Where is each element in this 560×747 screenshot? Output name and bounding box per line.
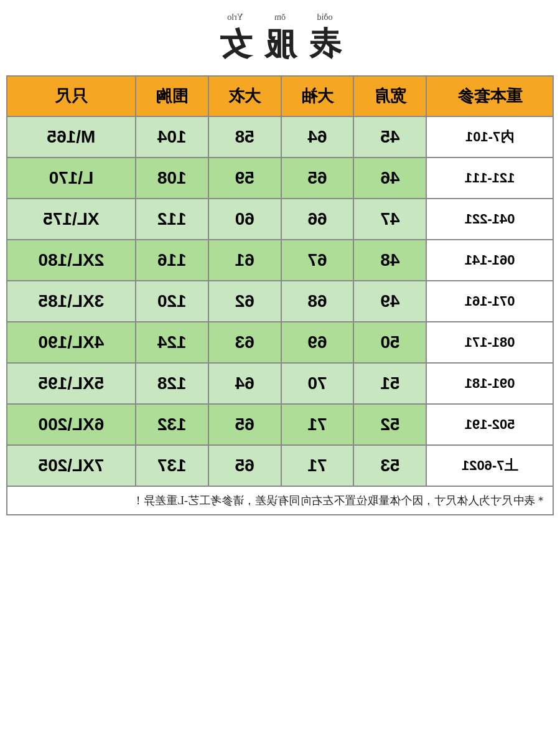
cell-sleeve: 71 — [281, 404, 354, 445]
cell-chest: 128 — [136, 363, 208, 404]
cell-shoulder: 52 — [353, 404, 426, 445]
cell-sleeve: 65 — [281, 157, 354, 199]
cell-sleeve: 66 — [281, 199, 354, 240]
cell-label: 7XL\205 — [7, 445, 136, 486]
cell-label: M\165 — [7, 116, 136, 157]
cell-shoulder: 51 — [353, 363, 426, 404]
cell-shoulder: 45 — [353, 116, 426, 157]
cell-chest: 108 — [136, 157, 208, 199]
footer-note: ＊表中尺寸为人体尺寸，因个体量取位置不左右向同有误差，请参考工艺-L重差异！ — [6, 487, 554, 515]
title-pinyin-1: oðid — [309, 12, 341, 22]
cell-length: 64 — [208, 363, 281, 404]
col-header-shoulder: 宽肩 — [353, 76, 426, 116]
cell-chest: 104 — [136, 116, 208, 157]
table-row: 502-1915271651326XL\200 — [7, 404, 553, 445]
cell-chest: 132 — [136, 404, 208, 445]
table-row: 121-111466559108L\170 — [7, 157, 553, 199]
cell-sleeve: 70 — [281, 363, 354, 404]
cell-label: 2XL\180 — [7, 240, 136, 281]
cell-size-range: 081-171 — [426, 322, 553, 363]
title-char-1: 表 — [309, 26, 341, 62]
table-row: 091-1815170641285XL\195 — [7, 363, 553, 404]
cell-label: 5XL\195 — [7, 363, 136, 404]
cell-size-range: 502-191 — [426, 404, 553, 445]
cell-sleeve: 64 — [281, 116, 354, 157]
size-table-wrapper: 重本套参 宽肩 大袖 大衣 围胸 只尺 内7-101456458104M\165… — [6, 75, 554, 487]
cell-shoulder: 48 — [353, 240, 426, 281]
table-row: 081-1715069631244XL\190 — [7, 322, 553, 363]
cell-length: 60 — [208, 199, 281, 240]
cell-chest: 124 — [136, 322, 208, 363]
col-header-sleeve: 大袖 — [281, 76, 354, 116]
cell-shoulder: 46 — [353, 157, 426, 199]
cell-size-range: 071-161 — [426, 281, 553, 322]
cell-length: 63 — [208, 322, 281, 363]
cell-length: 61 — [208, 240, 281, 281]
cell-chest: 120 — [136, 281, 208, 322]
cell-sleeve: 67 — [281, 240, 354, 281]
title-char-3: 女 — [219, 26, 251, 62]
cell-size-range: 121-111 — [426, 157, 553, 199]
col-header-label: 只尺 — [7, 76, 136, 116]
cell-label: 6XL\200 — [7, 404, 136, 445]
cell-length: 65 — [208, 404, 281, 445]
cell-sleeve: 68 — [281, 281, 354, 322]
cell-length: 58 — [208, 116, 281, 157]
cell-length: 62 — [208, 281, 281, 322]
cell-chest: 137 — [136, 445, 208, 486]
cell-shoulder: 49 — [353, 281, 426, 322]
cell-size-range: 内7-101 — [426, 116, 553, 157]
cell-label: 4XL\190 — [7, 322, 136, 363]
cell-label: 3XL\185 — [7, 281, 136, 322]
title-pinyin-3: Yrlo — [219, 12, 251, 22]
table-row: 041-221476660112XL\175 — [7, 199, 553, 240]
cell-sleeve: 69 — [281, 322, 354, 363]
title-pinyin-2: ŏm — [264, 12, 296, 22]
table-row: 061-1414867611162XL\180 — [7, 240, 553, 281]
cell-label: L\170 — [7, 157, 136, 199]
cell-length: 59 — [208, 157, 281, 199]
cell-label: XL\175 — [7, 199, 136, 240]
col-header-length: 大衣 — [208, 76, 281, 116]
table-row: 内7-101456458104M\165 — [7, 116, 553, 157]
table-row: 071-1614968621203XL\185 — [7, 281, 553, 322]
cell-length: 65 — [208, 445, 281, 486]
cell-size-range: 041-221 — [426, 199, 553, 240]
cell-shoulder: 50 — [353, 322, 426, 363]
cell-size-range: 061-141 — [426, 240, 553, 281]
table-header-row: 重本套参 宽肩 大袖 大衣 围胸 只尺 — [7, 76, 553, 116]
cell-size-range: 091-181 — [426, 363, 553, 404]
col-header-size: 重本套参 — [426, 76, 553, 116]
title-area: oðid 表 ŏm 服 Yrlo 女 — [219, 6, 341, 75]
table-row: 上7-60215371651377XL\205 — [7, 445, 553, 486]
cell-size-range: 上7-6021 — [426, 445, 553, 486]
cell-shoulder: 53 — [353, 445, 426, 486]
cell-chest: 116 — [136, 240, 208, 281]
size-table: 重本套参 宽肩 大袖 大衣 围胸 只尺 内7-101456458104M\165… — [6, 75, 554, 487]
title-char-2: 服 — [264, 26, 296, 62]
col-header-chest: 围胸 — [136, 76, 208, 116]
cell-chest: 112 — [136, 199, 208, 240]
cell-sleeve: 71 — [281, 445, 354, 486]
cell-shoulder: 47 — [353, 199, 426, 240]
